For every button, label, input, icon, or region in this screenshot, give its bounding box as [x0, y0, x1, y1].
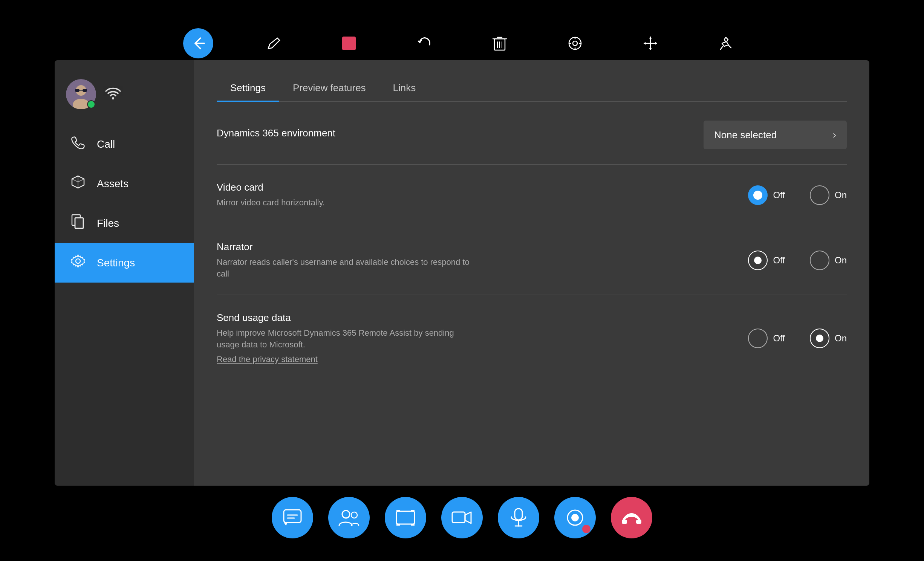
sidebar-item-files[interactable]: Files	[55, 203, 194, 243]
trash-button[interactable]	[485, 28, 515, 58]
narrator-on-option[interactable]: On	[810, 251, 847, 270]
narrator-radio-group: Off On	[748, 251, 847, 270]
undo-button[interactable]	[409, 28, 439, 58]
stop-button[interactable]	[334, 28, 364, 58]
svg-rect-7	[83, 89, 87, 92]
send-usage-radio-group: Off On	[748, 329, 847, 348]
send-usage-row: Send usage data Help improve Microsoft D…	[217, 312, 847, 379]
tab-preview[interactable]: Preview features	[279, 75, 379, 102]
chevron-right-icon: ›	[833, 129, 836, 141]
video-button[interactable]	[441, 497, 483, 538]
top-toolbar	[0, 23, 924, 64]
tab-links[interactable]: Links	[379, 75, 430, 102]
settings-icon	[70, 254, 86, 272]
sidebar-item-assets[interactable]: Assets	[55, 164, 194, 203]
chat-button[interactable]	[272, 497, 313, 538]
send-usage-label: Send usage data Help improve Microsoft D…	[217, 312, 748, 364]
tab-settings[interactable]: Settings	[217, 75, 279, 102]
narrator-row: Narrator Narrator reads caller's usernam…	[217, 241, 847, 295]
settings-section: Dynamics 365 environment None selected ›…	[217, 121, 847, 379]
back-button[interactable]	[183, 28, 213, 58]
svg-rect-21	[622, 520, 627, 524]
svg-rect-18	[515, 509, 522, 520]
video-card-on-option[interactable]: On	[810, 185, 847, 205]
narrator-label: Narrator Narrator reads caller's usernam…	[217, 241, 748, 280]
svg-rect-17	[452, 512, 465, 523]
svg-rect-10	[75, 218, 83, 228]
svg-rect-13	[284, 510, 301, 523]
environment-label: Dynamics 365 environment	[217, 127, 704, 143]
video-card-row: Video card Mirror video card horizontall…	[217, 182, 847, 224]
wifi-icon	[104, 85, 122, 104]
sidebar-item-assets-label: Assets	[97, 178, 129, 190]
sidebar-item-call[interactable]: Call	[55, 124, 194, 164]
sidebar-item-files-label: Files	[97, 217, 119, 229]
bottom-toolbar	[0, 497, 924, 538]
svg-point-8	[112, 97, 114, 99]
send-usage-off-radio[interactable]	[748, 329, 768, 348]
record-button[interactable]	[554, 497, 596, 538]
mic-button[interactable]	[498, 497, 539, 538]
video-card-on-label: On	[835, 190, 847, 200]
send-usage-on-option[interactable]: On	[810, 329, 847, 348]
content-area: Settings Preview features Links Dynamics…	[194, 60, 869, 486]
pen-button[interactable]	[259, 28, 289, 58]
video-card-off-label: Off	[773, 190, 785, 200]
sidebar-item-settings-label: Settings	[97, 257, 135, 269]
avatar	[66, 79, 96, 109]
video-card-radio-group: Off On	[748, 185, 847, 205]
video-card-off-radio[interactable]	[748, 185, 768, 205]
sidebar-item-settings[interactable]: Settings	[55, 243, 194, 283]
participants-button[interactable]	[328, 497, 370, 538]
online-indicator	[87, 100, 95, 109]
screenshot-button[interactable]	[385, 497, 426, 538]
narrator-off-radio[interactable]	[748, 251, 768, 270]
svg-point-15	[351, 512, 357, 518]
svg-rect-6	[75, 89, 80, 92]
send-usage-on-radio[interactable]	[810, 329, 829, 348]
narrator-on-label: On	[835, 255, 847, 266]
move-button[interactable]	[635, 28, 665, 58]
narrator-off-label: Off	[773, 255, 785, 266]
send-usage-off-label: Off	[773, 333, 785, 344]
svg-rect-16	[396, 511, 415, 524]
narrator-on-radio[interactable]	[810, 251, 829, 270]
send-usage-off-option[interactable]: Off	[748, 329, 785, 348]
environment-row: Dynamics 365 environment None selected ›	[217, 121, 847, 165]
sidebar: Call Assets	[55, 60, 194, 486]
narrator-off-option[interactable]: Off	[748, 251, 785, 270]
video-card-off-option[interactable]: Off	[748, 185, 785, 205]
sidebar-item-call-label: Call	[97, 138, 115, 150]
svg-rect-22	[636, 520, 641, 524]
target-button[interactable]	[560, 28, 590, 58]
tabs: Settings Preview features Links	[217, 75, 847, 102]
svg-point-14	[342, 511, 350, 518]
end-call-button[interactable]	[611, 497, 652, 538]
main-panel: Call Assets	[55, 60, 869, 486]
nav-items: Call Assets	[55, 124, 194, 486]
video-card-label: Video card Mirror video card horizontall…	[217, 182, 748, 209]
send-usage-on-label: On	[835, 333, 847, 344]
assets-icon	[70, 174, 86, 193]
environment-dropdown[interactable]: None selected ›	[704, 121, 847, 149]
svg-point-20	[571, 514, 579, 521]
privacy-link[interactable]: Read the privacy statement	[217, 355, 748, 364]
pin-button[interactable]	[711, 28, 741, 58]
svg-point-2	[573, 41, 577, 46]
svg-point-12	[76, 259, 80, 263]
sidebar-profile	[55, 72, 194, 124]
video-card-on-radio[interactable]	[810, 185, 829, 205]
call-icon	[70, 135, 86, 153]
files-icon	[70, 214, 86, 232]
